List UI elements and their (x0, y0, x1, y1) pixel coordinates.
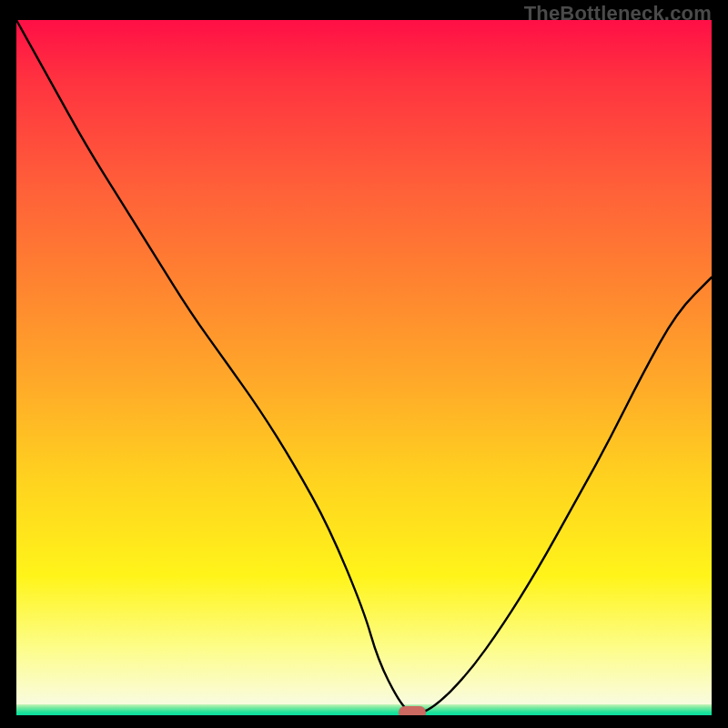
optimal-point-marker (399, 706, 426, 715)
chart-frame: TheBottleneck.com (0, 0, 728, 728)
plot-area (16, 20, 712, 715)
curve-path (16, 20, 712, 713)
bottleneck-curve (16, 20, 712, 715)
watermark-text: TheBottleneck.com (524, 2, 712, 25)
